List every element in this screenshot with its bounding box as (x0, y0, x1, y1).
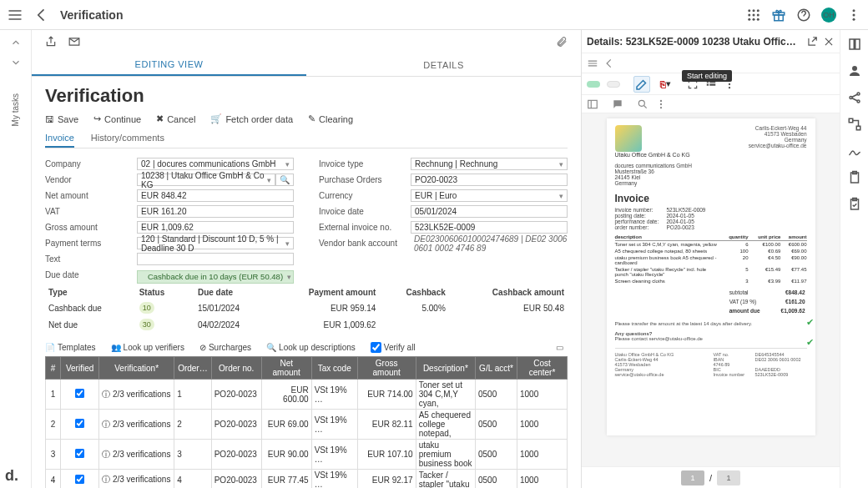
svg-point-29 (857, 93, 860, 95)
svg-point-14 (853, 18, 855, 20)
sidebar-toggle-icon[interactable] (587, 98, 598, 110)
popout-icon[interactable] (806, 36, 818, 48)
collapse-up-icon[interactable] (10, 37, 22, 48)
net-amount-input[interactable]: EUR 848.42 (137, 189, 294, 202)
svg-rect-22 (588, 100, 598, 108)
subtab-invoice[interactable]: Invoice (45, 129, 74, 148)
status-pill-green (587, 81, 600, 88)
svg-point-23 (638, 100, 644, 106)
cashback-banner: Cashback due in 10 days (EUR 50.48)▾ (137, 270, 294, 284)
clipboard-check-icon[interactable] (847, 197, 862, 212)
expand-down-icon[interactable] (10, 57, 22, 68)
svg-point-4 (753, 13, 755, 16)
vendor-select[interactable]: 10238 | Utaku Office GmbH & Co KG (137, 174, 275, 186)
svg-rect-18 (709, 83, 715, 85)
lookup-verifiers-button[interactable]: 👥 Look up verifiers (111, 343, 184, 352)
svg-point-8 (757, 18, 760, 20)
svg-point-0 (748, 9, 750, 12)
invoice-date-input[interactable]: 05/01/2024 (411, 205, 568, 218)
details-title: Details: 523LK52E-0009 10238 Utaku Offic… (587, 36, 801, 48)
page-title: Verification (60, 8, 123, 22)
clipboard-icon[interactable] (847, 170, 862, 185)
start-editing-tooltip: Start editing (682, 70, 732, 82)
svg-point-24 (660, 99, 662, 101)
search-doc-icon[interactable] (637, 98, 648, 110)
apps-icon[interactable] (746, 8, 761, 23)
svg-point-27 (852, 66, 857, 71)
more-icon[interactable] (846, 8, 861, 23)
share-icon[interactable] (45, 36, 57, 48)
signature-icon[interactable] (847, 143, 862, 158)
external-invoice-input[interactable]: 523LK52E-0009 (411, 221, 568, 234)
brand-logo: d. (5, 467, 18, 485)
grid-settings-icon[interactable]: ▭ (556, 341, 568, 353)
svg-point-21 (729, 86, 730, 88)
subtab-history[interactable]: History/comments (91, 129, 164, 148)
avatar[interactable]: OH (821, 8, 836, 23)
back-icon[interactable] (33, 7, 50, 23)
back-detail-icon[interactable] (603, 58, 615, 69)
fetch-order-button[interactable]: 🛒 Fetch order data (210, 113, 293, 124)
status-pill-empty (607, 81, 620, 88)
hamburger-icon[interactable] (7, 7, 23, 23)
svg-point-25 (660, 103, 662, 104)
svg-point-3 (748, 13, 750, 16)
svg-point-12 (853, 9, 855, 12)
gift-icon[interactable] (771, 8, 786, 23)
text-input[interactable] (137, 253, 294, 265)
svg-rect-16 (707, 83, 709, 85)
svg-rect-32 (856, 126, 860, 130)
cancel-button[interactable]: ✖ Cancel (156, 113, 195, 124)
pager-current[interactable]: 1 (681, 470, 704, 485)
table-row: 3ⓘ 2/3 verifications3PO20-0023EUR 90.00V… (46, 440, 568, 470)
terms-select[interactable]: 120 | Standard | Discount 10 D, 5 % | De… (137, 237, 294, 249)
help-icon[interactable] (796, 8, 811, 23)
cashback-dropdown-icon[interactable]: ▾ (287, 273, 291, 281)
vendor-search-icon[interactable]: 🔍 (275, 174, 294, 186)
edit-icon[interactable] (633, 76, 650, 93)
invoice-document: Carlis-Eckert-Weg 44 41573 Wesbaden Germ… (607, 118, 815, 435)
svg-point-13 (853, 13, 855, 16)
share-alt-icon[interactable] (847, 90, 862, 105)
vat-input[interactable]: EUR 161.20 (137, 205, 294, 218)
surcharges-button[interactable]: ⊘ Surcharges (199, 343, 251, 352)
invoice-type-select[interactable]: Rechnung | Rechnung (411, 158, 568, 170)
templates-button[interactable]: 📄 Templates (45, 343, 96, 352)
table-row: 1ⓘ 2/3 verifications1PO20-0023EUR 600.00… (46, 380, 568, 410)
continue-button[interactable]: ↪ Continue (93, 113, 141, 124)
attachment-icon[interactable] (556, 36, 568, 48)
table-row: 2ⓘ 2/3 verifications2PO20-0023EUR 69.00V… (46, 410, 568, 440)
close-details-icon[interactable] (823, 36, 835, 48)
company-select[interactable]: 02 | docures communications GmbH (137, 158, 294, 170)
svg-point-2 (757, 9, 760, 12)
mail-icon[interactable] (68, 36, 80, 48)
bank-account-value: DE02300606010002474689 | DE02 3006 0601 … (411, 234, 568, 253)
pdf-icon[interactable]: ⎘▾ (657, 76, 674, 93)
book-icon[interactable] (847, 37, 862, 52)
currency-select[interactable]: EUR | Euro (411, 189, 568, 202)
check-icon: ✔ (806, 317, 814, 328)
verify-all-checkbox[interactable]: Verify all (371, 342, 416, 353)
svg-rect-31 (849, 118, 853, 123)
svg-point-28 (850, 97, 852, 99)
gross-input[interactable]: EUR 1,009.62 (137, 221, 294, 234)
table-row: 4ⓘ 2/3 verifications4PO20-0023EUR 77.45V… (46, 470, 568, 489)
comment-icon[interactable] (612, 98, 623, 110)
more-doc-icon[interactable] (655, 98, 667, 110)
svg-point-7 (753, 18, 755, 20)
clearing-button[interactable]: ✎ Clearing (308, 113, 353, 124)
tab-details[interactable]: DETAILS (306, 53, 581, 76)
lookup-descriptions-button[interactable]: 🔍 Look up descriptions (266, 343, 356, 352)
svg-point-26 (660, 106, 662, 108)
utaku-logo (615, 125, 642, 152)
form-heading: Verification (45, 85, 568, 107)
po-input[interactable]: PO20-0023 (411, 174, 568, 186)
workflow-icon[interactable] (847, 117, 862, 132)
check-icon: ✔ (806, 337, 814, 348)
save-button[interactable]: 🖫 Save (45, 113, 78, 124)
person-icon[interactable] (847, 63, 862, 78)
my-tasks-label[interactable]: My tasks (11, 93, 20, 126)
tab-editing-view[interactable]: EDITING VIEW (32, 53, 306, 76)
menu-icon[interactable] (587, 58, 598, 69)
pager-total: 1 (717, 470, 740, 485)
